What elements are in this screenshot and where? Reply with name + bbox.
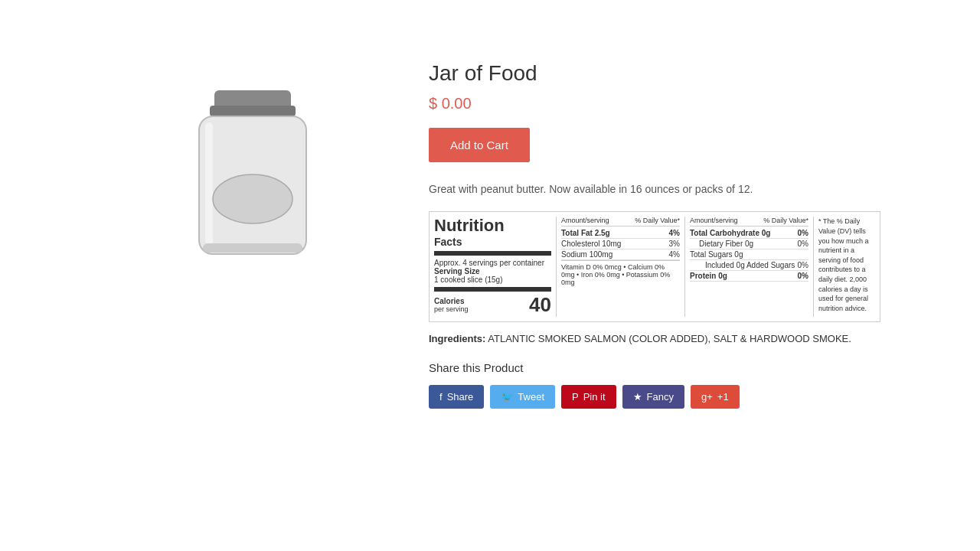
share-facebook-label: Share — [447, 391, 474, 403]
nutrition-right-col: Amount/serving % Daily Value* Total Carb… — [685, 217, 814, 316]
share-facebook-button[interactable]: f Share — [429, 385, 484, 409]
nutrition-fiber: Dietary Fiber 0g0% — [690, 239, 808, 249]
product-title: Jar of Food — [429, 61, 873, 86]
nutrition-title-line1: Nutrition — [434, 217, 551, 235]
nutrition-sodium: Sodium 100mg4% — [561, 249, 680, 260]
share-buttons: f Share 🐦 Tweet P Pin it ★ Fancy g+ + — [429, 385, 873, 409]
svg-rect-3 — [205, 122, 213, 245]
nutrition-header-left: Amount/serving % Daily Value* — [561, 217, 680, 227]
twitter-icon: 🐦 — [501, 391, 513, 403]
nutrition-added-sugars: Included 0g Added Sugars0% — [690, 260, 808, 271]
svg-rect-1 — [210, 106, 296, 116]
product-details-section: Jar of Food $ 0.00 Add to Cart Great wit… — [398, 61, 873, 409]
svg-rect-5 — [203, 243, 302, 253]
share-section: Share this Product f Share 🐦 Tweet P Pin… — [429, 361, 873, 409]
nutrition-carb: Total Carbohydrate 0g0% — [690, 228, 808, 239]
nutrition-servings-info: Approx. 4 servings per container Serving… — [434, 251, 551, 284]
nutrition-left-col: Nutrition Facts Approx. 4 servings per c… — [434, 217, 557, 316]
facebook-icon: f — [439, 391, 443, 403]
svg-point-4 — [213, 174, 292, 223]
product-image — [176, 77, 329, 276]
add-to-cart-button[interactable]: Add to Cart — [429, 128, 530, 162]
product-description: Great with peanut butter. Now available … — [429, 181, 873, 197]
vitamins-row: Vitamin D 0% 0mcg • Calcium 0% 0mg • Iro… — [561, 260, 680, 286]
google-icon: g+ — [701, 391, 713, 403]
nutrition-header-right: Amount/serving % Daily Value* — [690, 217, 808, 227]
share-google-label: +1 — [717, 391, 729, 403]
nutrition-protein: Protein 0g0% — [690, 271, 808, 282]
share-google-button[interactable]: g+ +1 — [691, 385, 740, 409]
share-twitter-button[interactable]: 🐦 Tweet — [490, 385, 555, 409]
nutrition-total-fat: Total Fat 2.5g4% — [561, 228, 680, 239]
pinterest-icon: P — [572, 391, 579, 403]
ingredients-text: ATLANTIC SMOKED SALMON (COLOR ADDED), SA… — [485, 333, 851, 344]
ingredients-label: Ingredients: — [429, 333, 485, 344]
nutrition-facts-panel: Nutrition Facts Approx. 4 servings per c… — [429, 211, 880, 321]
nutrition-cholesterol: Cholesterol 10mg3% — [561, 239, 680, 249]
fancy-icon: ★ — [633, 391, 642, 403]
nutrition-title-line2: Facts — [434, 236, 551, 248]
share-twitter-label: Tweet — [518, 391, 544, 403]
share-fancy-label: Fancy — [647, 391, 674, 403]
nutrition-footnote: * The % Daily Value (DV) tells you how m… — [814, 217, 875, 316]
share-title: Share this Product — [429, 361, 873, 374]
nutrition-middle-col: Amount/serving % Daily Value* Total Fat … — [557, 217, 685, 316]
nutrition-sugars: Total Sugars 0g — [690, 249, 808, 260]
share-pinterest-label: Pin it — [583, 391, 606, 403]
ingredients-section: Ingredients: ATLANTIC SMOKED SALMON (COL… — [429, 333, 873, 344]
product-image-section — [107, 61, 398, 291]
share-fancy-button[interactable]: ★ Fancy — [622, 385, 684, 409]
calories-row: Calories per serving 40 — [434, 287, 551, 317]
product-price: $ 0.00 — [429, 95, 873, 112]
share-pinterest-button[interactable]: P Pin it — [561, 385, 616, 409]
